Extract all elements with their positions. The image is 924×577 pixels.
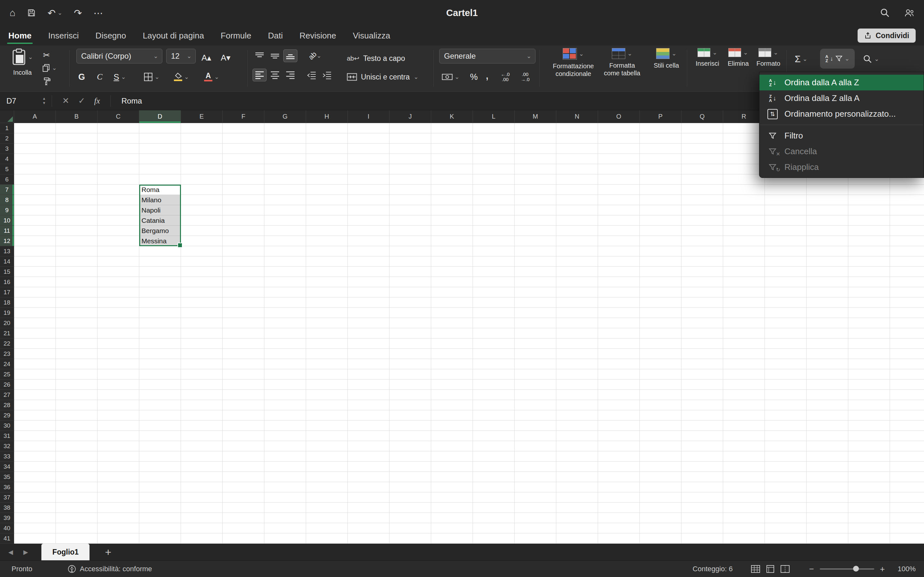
cell-V19[interactable]	[890, 308, 924, 318]
cell-L27[interactable]	[473, 390, 515, 400]
decrease-indent-button[interactable]	[304, 69, 318, 81]
cell-T8[interactable]	[806, 195, 848, 205]
accessibility-status[interactable]: Accessibilità: conforme	[68, 565, 152, 573]
cell-F2[interactable]	[223, 133, 264, 143]
cell-L28[interactable]	[473, 400, 515, 410]
formula-input[interactable]: Roma	[121, 97, 142, 105]
cell-D2[interactable]	[139, 133, 181, 143]
tab-visualizza[interactable]: Visualizza	[344, 26, 399, 45]
cell-H3[interactable]	[306, 143, 348, 154]
cell-F15[interactable]	[223, 267, 264, 277]
cell-B12[interactable]	[56, 236, 97, 246]
cell-O16[interactable]	[598, 277, 640, 287]
column-header-J[interactable]: J	[389, 110, 431, 123]
cell-I40[interactable]	[348, 523, 389, 533]
cell-E14[interactable]	[181, 256, 223, 267]
name-box[interactable]: D7	[0, 97, 42, 105]
cell-Q15[interactable]	[682, 267, 723, 277]
cell-U28[interactable]	[848, 400, 890, 410]
cell-E2[interactable]	[181, 133, 223, 143]
cell-G28[interactable]	[264, 400, 306, 410]
cell-O17[interactable]	[598, 287, 640, 298]
cell-A30[interactable]	[14, 421, 56, 431]
column-header-F[interactable]: F	[223, 110, 264, 123]
cell-S9[interactable]	[765, 205, 806, 215]
cell-U14[interactable]	[848, 256, 890, 267]
cell-Q31[interactable]	[682, 431, 723, 441]
row-header-31[interactable]: 31	[0, 431, 14, 441]
cell-H22[interactable]	[306, 338, 348, 349]
cell-N36[interactable]	[556, 482, 598, 492]
cell-P25[interactable]	[640, 369, 682, 380]
cell-Q17[interactable]	[682, 287, 723, 298]
cell-G23[interactable]	[264, 349, 306, 359]
cell-C38[interactable]	[97, 503, 139, 513]
cell-F31[interactable]	[223, 431, 264, 441]
cell-V16[interactable]	[890, 277, 924, 287]
column-header-L[interactable]: L	[473, 110, 515, 123]
cell-J13[interactable]	[389, 246, 431, 256]
cell-P9[interactable]	[640, 205, 682, 215]
cell-C4[interactable]	[97, 154, 139, 164]
cell-C34[interactable]	[97, 462, 139, 472]
cell-F14[interactable]	[223, 256, 264, 267]
column-header-H[interactable]: H	[306, 110, 348, 123]
cell-J15[interactable]	[389, 267, 431, 277]
cell-H24[interactable]	[306, 359, 348, 369]
cell-K7[interactable]	[431, 185, 473, 195]
cell-I28[interactable]	[348, 400, 389, 410]
zoom-in-button[interactable]: +	[880, 564, 885, 574]
cell-B29[interactable]	[56, 410, 97, 421]
cell-U15[interactable]	[848, 267, 890, 277]
cell-A26[interactable]	[14, 380, 56, 390]
cell-T24[interactable]	[806, 359, 848, 369]
cell-V27[interactable]	[890, 390, 924, 400]
cell-E39[interactable]	[181, 513, 223, 523]
cell-B22[interactable]	[56, 338, 97, 349]
cell-V23[interactable]	[890, 349, 924, 359]
cell-B41[interactable]	[56, 533, 97, 544]
cell-U16[interactable]	[848, 277, 890, 287]
cell-D9[interactable]: Napoli	[139, 205, 181, 215]
cell-R31[interactable]	[723, 431, 765, 441]
merge-center-button[interactable]: Unisci e centra ⌄	[347, 70, 418, 84]
cell-A7[interactable]	[14, 185, 56, 195]
cell-N30[interactable]	[556, 421, 598, 431]
cell-T14[interactable]	[806, 256, 848, 267]
cell-I38[interactable]	[348, 503, 389, 513]
cell-B25[interactable]	[56, 369, 97, 380]
cell-B24[interactable]	[56, 359, 97, 369]
cell-H4[interactable]	[306, 154, 348, 164]
row-header-22[interactable]: 22	[0, 338, 14, 349]
cell-E22[interactable]	[181, 338, 223, 349]
cell-A34[interactable]	[14, 462, 56, 472]
cell-E34[interactable]	[181, 462, 223, 472]
row-header-18[interactable]: 18	[0, 298, 14, 308]
decrease-font-size-button[interactable]: A▾	[221, 50, 230, 65]
cell-A32[interactable]	[14, 441, 56, 451]
cell-E10[interactable]	[181, 215, 223, 226]
cell-M30[interactable]	[515, 421, 556, 431]
cell-R15[interactable]	[723, 267, 765, 277]
cell-H39[interactable]	[306, 513, 348, 523]
zoom-slider[interactable]	[820, 568, 874, 570]
sort-filter-button[interactable]: A Z ↓ ⌄	[820, 49, 855, 69]
column-header-C[interactable]: C	[97, 110, 139, 123]
cell-R8[interactable]	[723, 195, 765, 205]
cell-D33[interactable]	[139, 451, 181, 462]
cell-C13[interactable]	[97, 246, 139, 256]
cell-T17[interactable]	[806, 287, 848, 298]
cell-F3[interactable]	[223, 143, 264, 154]
cell-M33[interactable]	[515, 451, 556, 462]
cell-O25[interactable]	[598, 369, 640, 380]
cell-P1[interactable]	[640, 123, 682, 133]
cell-B8[interactable]	[56, 195, 97, 205]
delete-cells-button[interactable]: ⌄ Elimina	[725, 48, 752, 67]
cell-N14[interactable]	[556, 256, 598, 267]
column-header-N[interactable]: N	[556, 110, 598, 123]
cell-A11[interactable]	[14, 226, 56, 236]
cell-N31[interactable]	[556, 431, 598, 441]
cell-I16[interactable]	[348, 277, 389, 287]
cell-E26[interactable]	[181, 380, 223, 390]
cell-P36[interactable]	[640, 482, 682, 492]
